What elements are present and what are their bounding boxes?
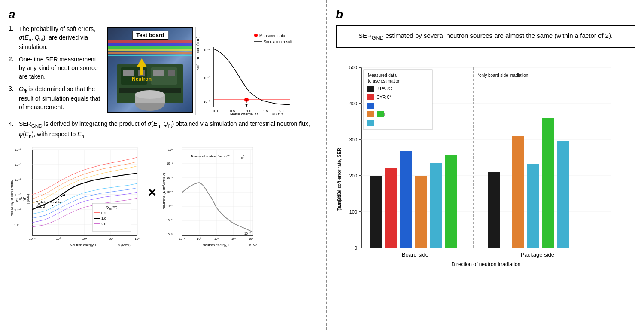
bar-pkg-green bbox=[542, 118, 554, 248]
svg-rect-4 bbox=[108, 52, 192, 54]
svg-text:Neutrons (1/cm²/s/MeV): Neutrons (1/cm²/s/MeV) bbox=[162, 173, 166, 210]
svg-marker-38 bbox=[245, 104, 248, 107]
svg-text:n: n bbox=[241, 156, 243, 159]
svg-text:10⁻¹⁰: 10⁻¹⁰ bbox=[14, 208, 21, 212]
svg-text:Measured data: Measured data bbox=[368, 73, 397, 78]
bar-board-aist-orange bbox=[415, 176, 427, 248]
svg-text:0.2: 0.2 bbox=[101, 211, 106, 215]
svg-text:*only board side irradiation: *only board side irradiation bbox=[477, 73, 528, 78]
svg-text:(fC): (fC) bbox=[276, 112, 283, 115]
bar-board-cyric-red bbox=[385, 168, 397, 248]
step-4: 4. SERGND is derived by integrating the … bbox=[9, 119, 318, 140]
svg-text:(fC): (fC) bbox=[112, 205, 118, 209]
svg-text:10¹: 10¹ bbox=[214, 237, 219, 240]
svg-text:CYRIC*: CYRIC* bbox=[377, 95, 392, 100]
bar-pkg-aist-orange bbox=[512, 136, 524, 248]
svg-text:10⁻⁸: 10⁻⁸ bbox=[15, 178, 21, 182]
svg-rect-3 bbox=[108, 49, 192, 51]
svg-text:Neutron energy, E: Neutron energy, E bbox=[70, 243, 97, 247]
svg-text:Direction of neutron irradiati: Direction of neutron irradiation bbox=[452, 261, 521, 267]
svg-text:0: 0 bbox=[355, 245, 357, 251]
svg-rect-0 bbox=[108, 40, 192, 43]
svg-rect-156 bbox=[367, 111, 374, 117]
svg-text:10⁻¹: 10⁻¹ bbox=[29, 237, 36, 241]
steps-list: 1. The probability of soft errors, σ(En,… bbox=[9, 25, 103, 117]
svg-text:Noise charge, Q: Noise charge, Q bbox=[230, 112, 258, 115]
svg-text:10¹: 10¹ bbox=[82, 237, 87, 241]
svg-text:n: n bbox=[249, 244, 251, 247]
step-1: 1. The probability of soft errors, σ(En,… bbox=[9, 25, 103, 51]
svg-rect-159 bbox=[377, 111, 384, 117]
svg-text:10⁰: 10⁰ bbox=[56, 237, 61, 241]
svg-text:fit: fit bbox=[272, 113, 275, 115]
svg-text:300: 300 bbox=[349, 137, 357, 142]
bar-pkg-jparc bbox=[488, 172, 500, 248]
svg-text:10⁻⁵: 10⁻⁵ bbox=[166, 219, 173, 222]
svg-text:10⁻¹: 10⁻¹ bbox=[167, 162, 173, 165]
step-2: 2. One-time SER measurement by any kind … bbox=[9, 55, 103, 81]
svg-text:10²: 10² bbox=[109, 237, 113, 241]
svg-text:n: n bbox=[118, 244, 120, 247]
neutron-label: Neutron bbox=[132, 76, 152, 82]
svg-rect-88 bbox=[182, 147, 253, 235]
svg-text:0.0: 0.0 bbox=[213, 109, 218, 113]
svg-text:10⁻³: 10⁻³ bbox=[167, 190, 173, 193]
svg-rect-158 bbox=[367, 120, 374, 126]
svg-point-17 bbox=[254, 34, 258, 37]
svg-text:10⁻⁷: 10⁻⁷ bbox=[15, 163, 21, 167]
svg-text:10⁻²: 10⁻² bbox=[167, 176, 173, 179]
bar-board-aist-lightblue bbox=[430, 163, 442, 248]
bar-chart: Terrestrial soft error rate, SER GND (a.… bbox=[336, 55, 635, 284]
probability-chart: Probability of soft errors, σ(E n , Q fi… bbox=[9, 143, 144, 254]
svg-text:Measured data: Measured data bbox=[259, 34, 285, 38]
info-box: SERGND estimated by several neutron sour… bbox=[336, 25, 635, 48]
svg-point-16 bbox=[135, 90, 165, 99]
svg-rect-5 bbox=[108, 55, 192, 56]
svg-text:10⁻⁷: 10⁻⁷ bbox=[244, 232, 251, 235]
svg-text:10⁻⁷: 10⁻⁷ bbox=[204, 76, 210, 80]
step-3: 3. Qfit is determined so that the result… bbox=[9, 85, 103, 111]
svg-text:1.0: 1.0 bbox=[101, 217, 106, 220]
bar-board-cyric-blue bbox=[400, 151, 412, 248]
neutron-flux-chart: Neutrons (1/cm²/s/MeV) 10⁰ 10⁻¹ 10⁻² 10⁻… bbox=[161, 143, 257, 254]
svg-rect-12 bbox=[153, 70, 164, 76]
svg-text:10³: 10³ bbox=[249, 237, 253, 240]
svg-text:Package side: Package side bbox=[521, 251, 554, 258]
svg-text:10⁻⁴: 10⁻⁴ bbox=[166, 205, 173, 208]
svg-text:200: 200 bbox=[349, 173, 357, 178]
svg-text:10⁰: 10⁰ bbox=[197, 237, 201, 240]
svg-text:Board side: Board side bbox=[402, 251, 428, 258]
multiply-symbol: × bbox=[146, 184, 158, 200]
panel-b-label: b bbox=[336, 8, 635, 21]
bar-board-aist-green bbox=[445, 155, 457, 248]
svg-text:400: 400 bbox=[349, 101, 357, 106]
svg-rect-155 bbox=[367, 103, 374, 109]
svg-rect-13 bbox=[168, 70, 175, 76]
info-box-text: SERGND estimated by several neutron sour… bbox=[358, 32, 613, 39]
svg-text:) (a.u.): ) (a.u.) bbox=[26, 194, 30, 204]
svg-text:step 2: step 2 bbox=[36, 205, 45, 208]
svg-text:1.5: 1.5 bbox=[263, 109, 268, 113]
soft-error-chart: Measured data Simulation result Soft err… bbox=[195, 27, 294, 117]
svg-rect-153 bbox=[367, 94, 374, 100]
svg-text:10³: 10³ bbox=[135, 237, 140, 241]
panel-a-label: a bbox=[9, 8, 318, 21]
svg-rect-1 bbox=[108, 43, 192, 46]
svg-text:500: 500 bbox=[349, 65, 357, 70]
svg-text:(a.u.): (a.u.) bbox=[337, 199, 342, 211]
bar-board-jparc bbox=[370, 176, 382, 248]
panel-a: a 1. The probability of soft errors, σ(E… bbox=[0, 0, 326, 330]
bar-pkg-aist-lightblue bbox=[527, 164, 539, 248]
svg-rect-2 bbox=[108, 46, 192, 49]
svg-text:10⁻⁶: 10⁻⁶ bbox=[204, 48, 210, 52]
svg-text:(MeV): (MeV) bbox=[252, 243, 257, 247]
svg-text:(MeV): (MeV) bbox=[121, 243, 131, 247]
svg-text:Probability of soft errors,: Probability of soft errors, bbox=[10, 180, 14, 218]
svg-text:10⁻⁶: 10⁻⁶ bbox=[166, 233, 173, 236]
svg-text:10⁻⁶: 10⁻⁶ bbox=[15, 148, 21, 152]
svg-text:10⁰: 10⁰ bbox=[168, 148, 173, 151]
svg-rect-151 bbox=[367, 86, 374, 92]
neutron-arrow: Neutron bbox=[132, 58, 152, 82]
svg-text:Neutron energy, E: Neutron energy, E bbox=[203, 243, 230, 247]
svg-text:10⁻⁹: 10⁻⁹ bbox=[15, 193, 21, 197]
